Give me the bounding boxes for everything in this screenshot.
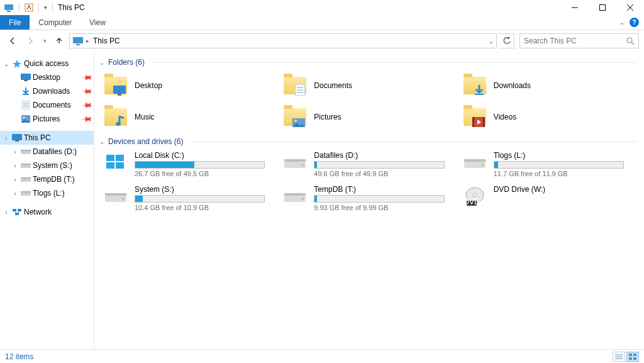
chevron-right-icon[interactable]: › — [11, 176, 19, 183]
group-title: Devices and drives (6) — [108, 137, 183, 146]
help-icon[interactable]: ? — [630, 18, 639, 27]
drive-icon — [20, 160, 31, 170]
title-bar: ▾ This PC — [0, 0, 644, 15]
breadcrumb[interactable]: This PC — [92, 36, 121, 45]
drive-item[interactable]: Tlogs (L:)11.7 GB free of 11.9 GB — [462, 151, 636, 181]
ribbon-bar: File Computer View ⌄ ? — [0, 15, 644, 30]
forward-button[interactable] — [23, 33, 38, 48]
tree-label: Pictures — [33, 114, 81, 123]
svg-rect-11 — [21, 74, 31, 80]
svg-rect-7 — [73, 37, 83, 43]
tab-computer[interactable]: Computer — [30, 15, 80, 30]
drive-item[interactable]: DVDDVD Drive (W:) — [462, 185, 636, 215]
tree-label: Downloads — [33, 87, 81, 96]
qat-overflow-icon[interactable]: ▾ — [44, 4, 47, 11]
tree-item-drive[interactable]: › Datafiles (D:) — [0, 145, 94, 159]
expand-ribbon-icon[interactable]: ⌄ — [619, 19, 625, 26]
view-toggle — [613, 352, 639, 362]
folder-label: Pictures — [314, 113, 341, 121]
folder-item[interactable]: Downloads — [462, 72, 636, 99]
tree-network[interactable]: › Network — [0, 205, 94, 219]
tree-label: Datafiles (D:) — [33, 147, 94, 156]
minimize-button[interactable] — [561, 0, 589, 15]
svg-rect-30 — [13, 209, 16, 211]
content-pane: ⌄ Folders (6) DesktopDocumentsDownloadsM… — [94, 52, 644, 349]
folder-item[interactable]: Pictures — [282, 103, 457, 131]
navigation-pane: ⌄ Quick access Desktop 📌 Downloads 📌 Doc… — [0, 52, 94, 349]
address-dropdown-icon[interactable]: ⌄ — [489, 38, 494, 45]
drive-item[interactable]: System (S:)10.4 GB free of 10.9 GB — [103, 185, 277, 215]
chevron-right-icon[interactable]: › — [3, 135, 10, 142]
drive-label: Tlogs (L:) — [494, 151, 624, 160]
tree-this-pc[interactable]: › This PC — [0, 131, 94, 145]
chevron-right-icon[interactable]: › — [11, 148, 19, 155]
drive-usage-bar — [135, 195, 265, 203]
folder-icon — [462, 74, 487, 97]
folder-item[interactable]: Music — [103, 103, 277, 131]
svg-rect-56 — [464, 159, 486, 162]
search-icon[interactable] — [626, 37, 635, 45]
search-input[interactable] — [524, 36, 626, 45]
svg-rect-35 — [113, 86, 126, 94]
svg-rect-73 — [629, 357, 632, 360]
search-box[interactable] — [519, 33, 639, 48]
file-tab[interactable]: File — [0, 15, 30, 30]
tree-item-desktop[interactable]: Desktop 📌 — [0, 70, 94, 84]
folder-item[interactable]: Videos — [462, 103, 636, 131]
svg-point-42 — [116, 122, 121, 126]
drive-free-space: 49.6 GB free of 49.9 GB — [314, 170, 444, 177]
svg-rect-50 — [106, 162, 114, 169]
tree-item-documents[interactable]: Documents 📌 — [0, 98, 94, 112]
group-header-folders[interactable]: ⌄ Folders (6) — [99, 58, 636, 67]
chevron-right-icon[interactable]: › — [3, 209, 10, 216]
recent-dropdown[interactable]: ▾ — [40, 33, 49, 48]
tree-item-drive[interactable]: › System (S:) — [0, 159, 94, 172]
tree-item-drive[interactable]: › TempDB (T:) — [0, 172, 94, 186]
drive-usage-bar — [494, 161, 624, 169]
tree-item-downloads[interactable]: Downloads 📌 — [0, 84, 94, 98]
refresh-button[interactable] — [499, 33, 514, 48]
tree-item-drive[interactable]: › Tlogs (L:) — [0, 186, 94, 200]
chevron-right-icon[interactable]: › — [11, 190, 19, 197]
maximize-button[interactable] — [589, 0, 616, 15]
drive-icon: DVD — [462, 185, 487, 208]
drive-free-space: 10.4 GB free of 10.9 GB — [135, 204, 265, 211]
tree-item-pictures[interactable]: Pictures 📌 — [0, 112, 94, 126]
network-icon — [11, 207, 23, 217]
this-pc-icon — [11, 133, 23, 143]
this-pc-icon — [72, 36, 84, 45]
chevron-right-icon[interactable]: › — [11, 162, 19, 169]
svg-rect-59 — [105, 193, 126, 196]
chevron-down-icon[interactable]: ⌄ — [99, 59, 104, 66]
group-header-drives[interactable]: ⌄ Devices and drives (6) — [99, 137, 636, 146]
drive-icon — [282, 185, 308, 208]
folder-icon — [103, 106, 128, 128]
qat-divider — [52, 3, 53, 12]
properties-icon[interactable] — [25, 3, 33, 12]
tree-label: System (S:) — [33, 161, 94, 170]
tree-label: Desktop — [33, 73, 81, 82]
qat-divider — [19, 3, 19, 12]
svg-point-65 — [473, 194, 477, 197]
drive-item[interactable]: TempDB (T:)9.93 GB free of 9.99 GB — [282, 185, 457, 215]
svg-rect-1 — [7, 11, 11, 12]
drive-item[interactable]: Datafiles (D:)49.6 GB free of 49.9 GB — [282, 151, 457, 181]
folder-item[interactable]: Desktop — [103, 72, 277, 99]
close-button[interactable] — [616, 0, 644, 15]
chevron-down-icon[interactable]: ⌄ — [3, 60, 10, 67]
svg-point-54 — [302, 164, 304, 166]
folder-item[interactable]: Documents — [282, 72, 457, 99]
back-button[interactable] — [5, 33, 20, 48]
tree-quick-access[interactable]: ⌄ Quick access — [0, 57, 94, 70]
drive-item[interactable]: Local Disk (C:)26.7 GB free of 49.5 GB — [103, 151, 277, 181]
svg-rect-31 — [18, 209, 21, 211]
drive-icon — [20, 174, 31, 184]
breadcrumb-separator[interactable]: ▸ — [86, 38, 89, 44]
address-bar[interactable]: ▸ This PC ⌄ — [69, 33, 497, 48]
chevron-down-icon[interactable]: ⌄ — [99, 138, 104, 145]
up-button[interactable] — [52, 33, 67, 48]
tiles-view-button[interactable] — [626, 352, 639, 362]
tab-view[interactable]: View — [80, 15, 114, 30]
svg-point-57 — [481, 164, 483, 166]
details-view-button[interactable] — [613, 352, 625, 362]
